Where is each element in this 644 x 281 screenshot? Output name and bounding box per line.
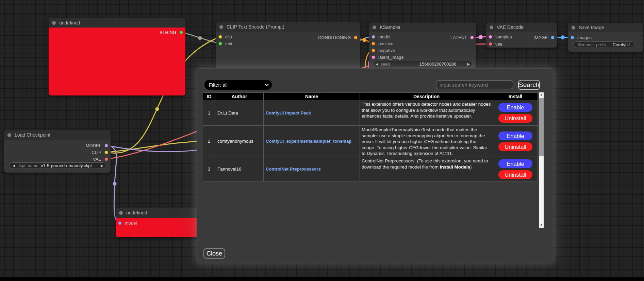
input-slot-model[interactable]: model — [371, 34, 390, 39]
node-header[interactable]: KSampler — [369, 22, 476, 32]
slot-dot[interactable] — [571, 36, 574, 39]
node-undefined-bottom[interactable]: undefined model — [116, 208, 201, 237]
node-header[interactable]: Save Image — [568, 23, 643, 32]
slot-label: negative — [378, 48, 395, 53]
cell-id: 3 — [203, 157, 215, 181]
extension-link[interactable]: ComfyUI_experiments/sampler_tonemap — [266, 139, 351, 144]
output-slot-vae[interactable]: VAE — [93, 156, 108, 162]
input-slot-samples[interactable]: samples — [489, 34, 512, 39]
node-vae-decode[interactable]: VAE Decode samples vae IMAGE — [486, 22, 557, 48]
output-slot-clip[interactable]: CLIP — [92, 150, 108, 155]
table-scrollbar[interactable]: ▲ ▼ — [539, 92, 544, 228]
output-slot-string[interactable]: STRING — [160, 30, 183, 35]
node-collapse-dot[interactable] — [219, 25, 223, 29]
enable-button[interactable]: Enable — [498, 103, 532, 112]
slot-dot[interactable] — [179, 31, 183, 34]
slot-dot[interactable] — [551, 36, 555, 39]
node-header[interactable]: undefined — [49, 18, 185, 28]
slot-label: STRING — [160, 30, 176, 35]
enable-button[interactable]: Enable — [498, 159, 532, 168]
uninstall-button[interactable]: Uninstall — [498, 114, 532, 123]
extension-link[interactable]: ControlNet Preprocessors — [266, 166, 321, 172]
slot-dot[interactable] — [104, 151, 108, 154]
scrollbar-down-arrow-icon[interactable]: ▼ — [539, 223, 544, 228]
node-load-checkpoint[interactable]: Load Checkpoint MODEL CLIP VAE ◀ ckpt_na… — [4, 130, 111, 173]
input-slot-clip[interactable]: clip — [218, 34, 232, 39]
comfyui-canvas[interactable]: { "colors": { "node_error_bg": "#ee0f22"… — [0, 0, 644, 281]
widget-value: v1-5-pruned-emaonly.ckpt — [41, 163, 92, 168]
scrollbar-thumb[interactable] — [539, 98, 544, 156]
column-header-description: Description — [360, 93, 493, 100]
filename-prefix-widget[interactable]: filename_prefix ComfyUI — [573, 41, 635, 48]
node-collapse-dot[interactable] — [119, 211, 123, 215]
slot-label: latent_image — [378, 55, 403, 60]
node-clip-text-encode[interactable]: CLIP Text Encode (Prompt) clip text COND… — [216, 22, 360, 71]
uninstall-button[interactable]: Uninstall — [498, 170, 532, 179]
uninstall-button[interactable]: Uninstall — [498, 142, 532, 151]
node-save-image[interactable]: Save Image images filename_prefix ComfyU… — [568, 23, 643, 52]
widget-label: filename_prefix — [578, 42, 607, 47]
node-ksampler[interactable]: KSampler model positive negative latent_… — [369, 22, 476, 70]
scrollbar-up-arrow-icon[interactable]: ▲ — [539, 92, 544, 97]
slot-label: positive — [378, 41, 393, 46]
input-slot-negative[interactable]: negative — [371, 48, 395, 53]
node-header[interactable]: CLIP Text Encode (Prompt) — [216, 22, 360, 32]
search-input[interactable] — [436, 80, 513, 89]
increment-arrow-icon[interactable]: ▶ — [467, 62, 470, 66]
seed-widget[interactable]: ◀ seed 156680208700286 ▶ — [373, 61, 473, 67]
output-slot-image[interactable]: IMAGE — [533, 35, 555, 40]
extension-link[interactable]: ComfyUI Impact Pack — [266, 110, 311, 116]
slot-dot[interactable] — [371, 42, 375, 46]
cell-description: ControlNet Preprocessors. (To use this e… — [360, 157, 493, 181]
input-slot-latent-image[interactable]: latent_image — [371, 54, 403, 60]
increment-arrow-icon[interactable]: ▶ — [101, 164, 103, 168]
node-collapse-dot[interactable] — [52, 21, 56, 25]
input-slot-model[interactable]: model — [118, 220, 137, 226]
slot-dot[interactable] — [371, 55, 375, 59]
node-collapse-dot[interactable] — [373, 25, 376, 29]
input-slot-vae[interactable]: vae — [489, 41, 502, 47]
output-slot-model[interactable]: MODEL — [86, 143, 108, 148]
wire-junction-dot — [155, 107, 159, 111]
input-slot-images[interactable]: images — [571, 35, 592, 40]
slot-dot[interactable] — [218, 42, 222, 46]
filter-select[interactable]: Filter: all — [204, 80, 272, 90]
slot-dot[interactable] — [470, 36, 474, 39]
node-undefined-top[interactable]: undefined STRING — [49, 18, 185, 95]
cell-id: 1 — [203, 100, 215, 126]
cell-install: Enable Uninstall — [493, 100, 538, 126]
slot-label: vae — [495, 41, 502, 47]
node-collapse-dot[interactable] — [572, 26, 575, 30]
slot-dot[interactable] — [118, 221, 122, 225]
slot-dot[interactable] — [371, 35, 375, 39]
node-header[interactable]: VAE Decode — [486, 22, 557, 32]
decrement-arrow-icon[interactable]: ◀ — [13, 164, 15, 168]
cell-description: ModelSamplerTonemapNoiseTest a node that… — [360, 126, 493, 157]
input-slot-positive[interactable]: positive — [371, 41, 393, 46]
close-button[interactable]: Close — [203, 248, 225, 259]
node-collapse-dot[interactable] — [7, 133, 11, 137]
search-button[interactable]: Search — [518, 80, 540, 90]
enable-button[interactable]: Enable — [498, 131, 532, 140]
node-collapse-dot[interactable] — [490, 25, 493, 29]
decrement-arrow-icon[interactable]: ◀ — [376, 62, 378, 66]
slot-dot[interactable] — [489, 42, 492, 46]
slot-dot[interactable] — [371, 49, 375, 52]
node-header[interactable]: undefined — [116, 208, 201, 218]
extensions-table: ID Author Name Description Install 1 Dr.… — [203, 92, 538, 181]
ckpt-name-widget[interactable]: ◀ ckpt_name v1-5-pruned-emaonly.ckpt ▶ — [10, 162, 106, 169]
cell-install: Enable Uninstall — [493, 157, 538, 181]
wire-junction-dot — [363, 38, 366, 42]
node-header[interactable]: Load Checkpoint — [4, 130, 111, 140]
input-slot-text[interactable]: text — [218, 41, 232, 46]
slot-dot[interactable] — [104, 157, 108, 161]
output-slot-latent[interactable]: LATENT — [450, 35, 474, 40]
slot-dot[interactable] — [354, 36, 358, 39]
slot-dot[interactable] — [218, 35, 222, 39]
slot-dot[interactable] — [489, 35, 492, 39]
cell-description: This extension offers various detector n… — [360, 100, 493, 126]
slot-dot[interactable] — [104, 144, 108, 147]
wire-junction-dot — [113, 182, 117, 186]
widget-label: seed — [381, 62, 390, 67]
output-slot-conditioning[interactable]: CONDITIONING — [318, 35, 358, 40]
